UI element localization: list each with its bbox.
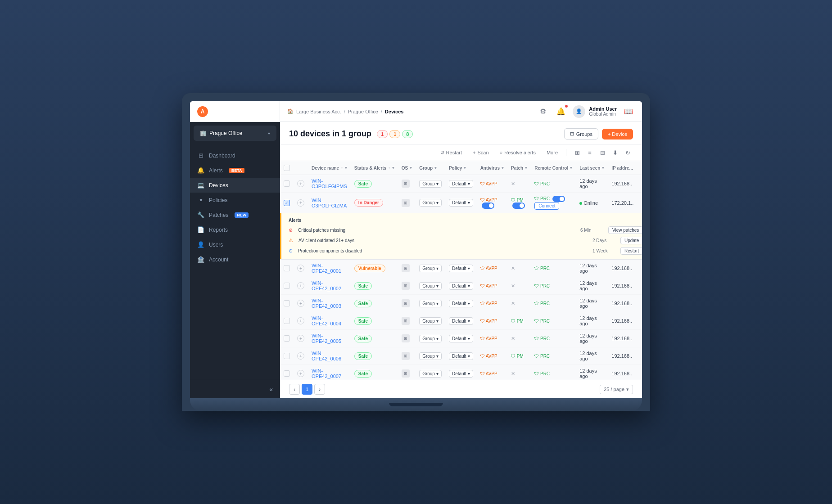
remote-filter-icon[interactable]: ▾ [570, 166, 572, 170]
device-link[interactable]: WIN-OPE42_0005 [312, 333, 341, 344]
patch-filter-icon[interactable]: ▾ [525, 166, 527, 170]
scan-button[interactable]: + Scan [470, 148, 492, 157]
group-dropdown[interactable]: Group ▾ [419, 317, 442, 325]
row-more-button[interactable]: ⋮ [641, 316, 642, 325]
row-checkbox[interactable] [284, 370, 290, 377]
th-group[interactable]: Group ▾ [416, 161, 445, 175]
row-more-button[interactable]: ⋮ [641, 334, 642, 343]
row-checkbox[interactable]: ✓ [284, 200, 290, 206]
row-more-button[interactable]: ⋮ [641, 281, 642, 290]
antivirus-filter-icon[interactable]: ▾ [502, 166, 504, 170]
policy-dropdown[interactable]: Default ▾ [449, 370, 473, 378]
download-icon[interactable]: ⬇ [610, 147, 620, 158]
row-more-button[interactable]: ⋮ [641, 179, 642, 188]
group-dropdown[interactable]: Group ▾ [419, 199, 442, 207]
device-name-filter-icon[interactable]: ▾ [345, 166, 347, 170]
th-device-name[interactable]: Device name ↕ ▾ [308, 161, 351, 175]
row-more-button[interactable]: ⋮ [641, 369, 642, 378]
th-ip[interactable]: IP addre... [608, 161, 637, 175]
row-more-button[interactable]: ⋮ [641, 351, 642, 360]
policy-filter-icon[interactable]: ▾ [464, 166, 466, 170]
sidebar-item-users[interactable]: 👤 Users [190, 237, 280, 252]
update-button[interactable]: Update [620, 237, 642, 244]
row-add-button[interactable]: + [297, 180, 304, 187]
group-filter-icon[interactable]: ▾ [434, 166, 437, 170]
group-dropdown[interactable]: Group ▾ [419, 352, 442, 360]
th-os[interactable]: OS ▾ [398, 161, 416, 175]
restart-button[interactable]: ↺ Restart [438, 148, 465, 157]
connect-button[interactable]: Connect [534, 202, 559, 210]
policy-dropdown[interactable]: Default ▾ [449, 180, 473, 188]
policy-dropdown[interactable]: Default ▾ [449, 317, 473, 325]
th-patch[interactable]: Patch ▾ [507, 161, 531, 175]
group-dropdown[interactable]: Group ▾ [419, 370, 442, 378]
row-more-button[interactable]: ⋮ [641, 198, 642, 207]
os-filter-icon[interactable]: ▾ [410, 166, 412, 170]
breadcrumb-office[interactable]: Prague Office [348, 109, 378, 114]
sidebar-item-patches[interactable]: 🔧 Patches NEW [190, 207, 280, 222]
policy-dropdown[interactable]: Default ▾ [449, 199, 473, 207]
row-add-button[interactable]: + [297, 352, 304, 360]
row-checkbox[interactable] [284, 300, 290, 306]
row-checkbox[interactable] [284, 318, 290, 324]
row-checkbox[interactable] [284, 265, 290, 271]
notification-icon-btn[interactable]: 🔔 [555, 105, 567, 118]
row-add-button[interactable]: + [297, 265, 304, 272]
add-device-button[interactable]: + Device [602, 129, 633, 140]
policy-dropdown[interactable]: Default ▾ [449, 335, 473, 342]
device-link[interactable]: WIN-OPE42_0002 [312, 280, 341, 291]
row-checkbox[interactable] [284, 283, 290, 289]
sidebar-item-policies[interactable]: ✦ Policies [190, 193, 280, 207]
device-link[interactable]: WIN-OPE42_0006 [312, 351, 341, 361]
breadcrumb-home[interactable]: Large Business Acc. [296, 109, 341, 114]
view-patches-button[interactable]: View patches [608, 226, 642, 234]
next-page-button[interactable]: › [314, 384, 325, 395]
device-link[interactable]: WIN-OPE42_0007 [312, 368, 341, 379]
th-antivirus[interactable]: Antivirus ▾ [477, 161, 507, 175]
group-dropdown[interactable]: Group ▾ [419, 282, 442, 290]
restart-alert-button[interactable]: Restart [620, 247, 642, 255]
group-dropdown[interactable]: Group ▾ [419, 180, 442, 188]
device-link[interactable]: WIN-O3POLFGIPMS [312, 178, 347, 189]
th-policy[interactable]: Policy ▾ [445, 161, 477, 175]
row-checkbox[interactable] [284, 180, 290, 187]
row-add-button[interactable]: + [297, 317, 304, 324]
row-more-button[interactable]: ⋮ [641, 264, 642, 273]
header-checkbox[interactable] [284, 165, 290, 171]
th-status[interactable]: Status & Alerts ↕ ▾ [351, 161, 398, 175]
last-seen-filter-icon[interactable]: ▾ [602, 166, 604, 170]
device-link[interactable]: WIN-OPE42_0003 [312, 298, 341, 309]
patch-toggle[interactable] [512, 202, 525, 209]
status-filter-icon[interactable]: ▾ [392, 166, 394, 170]
groups-button[interactable]: ⊞ Groups [564, 128, 598, 140]
policy-dropdown[interactable]: Default ▾ [449, 352, 473, 360]
row-add-button[interactable]: + [297, 199, 304, 207]
device-link[interactable]: WIN-O3POLFGIZMA [312, 198, 347, 208]
view-columns-icon[interactable]: ⊟ [597, 147, 608, 158]
per-page-select[interactable]: 25 / page ▾ [600, 385, 633, 394]
row-add-button[interactable]: + [297, 282, 304, 289]
row-checkbox[interactable] [284, 353, 290, 359]
sidebar-item-alerts[interactable]: 🔔 Alerts BETA [190, 163, 280, 178]
sidebar-item-dashboard[interactable]: ⊞ Dashboard [190, 148, 280, 163]
sidebar-item-account[interactable]: 🏦 Account [190, 252, 280, 267]
more-button[interactable]: More [544, 148, 561, 157]
view-table-icon[interactable]: ⊞ [572, 147, 583, 158]
view-list-icon[interactable]: ≡ [584, 147, 595, 158]
group-dropdown[interactable]: Group ▾ [419, 300, 442, 307]
collapse-sidebar-button[interactable]: « [269, 386, 273, 393]
remote-toggle[interactable] [552, 196, 565, 202]
antivirus-toggle[interactable] [482, 202, 494, 209]
policy-dropdown[interactable]: Default ▾ [449, 265, 473, 272]
th-remote[interactable]: Remote Control ▾ [531, 161, 576, 175]
row-checkbox[interactable] [284, 335, 290, 342]
row-add-button[interactable]: + [297, 300, 304, 307]
device-link[interactable]: WIN-OPE42_0001 [312, 263, 341, 274]
settings-icon-btn[interactable]: ⚙ [537, 105, 549, 118]
office-selector[interactable]: 🏢 Prague Office ▾ [194, 126, 276, 141]
group-dropdown[interactable]: Group ▾ [419, 335, 442, 342]
policy-dropdown[interactable]: Default ▾ [449, 282, 473, 290]
row-add-button[interactable]: + [297, 370, 304, 377]
sidebar-item-devices[interactable]: 💻 Devices [190, 178, 280, 193]
policy-dropdown[interactable]: Default ▾ [449, 300, 473, 307]
